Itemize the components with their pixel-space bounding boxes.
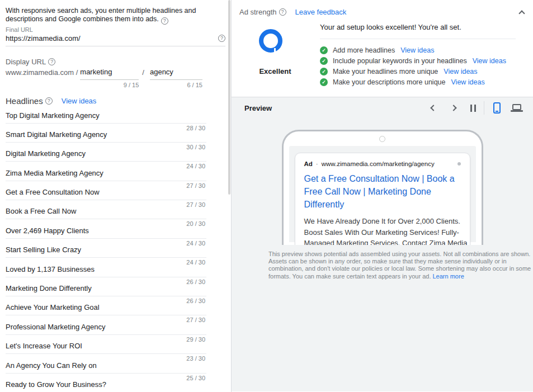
preview-section: Preview Ad · www.zimamedia.com/marketing… (232, 97, 533, 391)
final-url-field[interactable]: https://zimamedia.com/ ? (6, 34, 225, 46)
headline-input[interactable]: Book a Free Call Now (6, 207, 76, 215)
help-icon[interactable]: ? (45, 97, 53, 105)
headline-input[interactable]: Achieve Your Marketing Goal (6, 303, 100, 311)
headline-field[interactable]: Loved by 1,137 Businesses26 / 30 (6, 263, 225, 282)
headline-input[interactable]: An Agency You Can Rely on (6, 361, 97, 370)
suggestion-label: Make your headlines more unique (333, 68, 438, 75)
headline-input[interactable]: Start Selling Like Crazy (6, 245, 81, 254)
display-url-path1-field[interactable]: marketing 9 / 15 (80, 68, 139, 88)
suggestion-row: ✓ Make your headlines more unique View i… (320, 66, 521, 77)
mobile-preview-icon[interactable] (493, 102, 501, 114)
headline-input[interactable]: Digital Marketing Agency (6, 149, 86, 158)
headline-input[interactable]: Marketing Done Differently (6, 284, 92, 292)
headline-field[interactable]: Over 2,469 Happy Clients24 / 30 (6, 225, 225, 244)
input-underline (6, 315, 206, 315)
headline-input[interactable]: Smart Digital Marketing Agency (6, 130, 107, 139)
leave-feedback-link[interactable]: Leave feedback (295, 8, 347, 16)
check-icon: ✓ (320, 68, 328, 75)
headlines-view-ideas-link[interactable]: View ideas (62, 97, 97, 105)
ad-url-row: Ad · www.zimamedia.com/marketing/agency (304, 160, 461, 167)
headline-input[interactable]: Professional Marketing Agency (6, 323, 105, 331)
divider (484, 101, 484, 115)
display-url-path2-input[interactable]: agency (150, 68, 202, 80)
help-icon[interactable]: ? (161, 17, 168, 25)
headline-field[interactable]: Ready to Grow Your Business?28 / 30 (6, 379, 225, 392)
input-underline (6, 257, 206, 258)
suggestion-row: ✓ Include popular keywords in your headl… (320, 55, 521, 66)
suggestion-list: ✓ Add more headlines View ideas ✓ Includ… (320, 45, 521, 87)
ad-headline: Get a Free Consultation Now | Book a Fre… (304, 172, 472, 211)
headline-field[interactable]: Zima Media Marketing Agency27 / 30 (6, 167, 225, 186)
suggestion-label: Include popular keywords in your headlin… (333, 57, 467, 65)
input-underline (6, 238, 206, 239)
separator-dot: · (316, 160, 318, 167)
input-underline (6, 161, 206, 162)
headline-input[interactable]: Get a Free Consultation Now (6, 188, 100, 196)
headline-field[interactable]: Get a Free Consultation Now27 / 30 (6, 186, 225, 205)
learn-more-link[interactable]: Learn more (433, 273, 464, 280)
input-underline (6, 200, 206, 200)
previous-ad-icon[interactable] (430, 105, 436, 111)
input-underline (6, 142, 206, 143)
help-icon[interactable]: ? (48, 58, 55, 65)
suggestion-label: Make your descriptions more unique (333, 78, 446, 86)
ad-strength-rating: Excellent (244, 67, 306, 75)
ad-strength-preview-panel: Ad strength ? Leave feedback Excellent Y… (231, 0, 533, 392)
next-ad-icon[interactable] (450, 105, 456, 111)
view-ideas-link[interactable]: View ideas (444, 68, 477, 75)
display-url-label-text: Display URL (6, 58, 46, 66)
ad-description: We Have Already Done It for Over 2,000 C… (304, 216, 472, 245)
headline-field[interactable]: An Agency You Can Rely on25 / 30 (6, 360, 225, 379)
display-url-label: Display URL ? (6, 58, 225, 66)
headline-input[interactable]: Let's Increase Your ROI (6, 342, 82, 350)
headline-input[interactable]: Over 2,469 Happy Clients (6, 226, 89, 235)
headline-field[interactable]: Marketing Done Differently26 / 30 (6, 282, 225, 301)
input-underline (6, 353, 206, 354)
preview-disclaimer: This preview shows potential ads assembl… (268, 251, 533, 280)
ad-strength-message: Your ad setup looks excellent! You're al… (320, 23, 521, 31)
divider (320, 39, 516, 39)
help-icon[interactable]: ? (218, 35, 225, 42)
ad-strength-header: Ad strength ? Leave feedback (232, 0, 533, 16)
final-url-value[interactable]: https://zimamedia.com/ (6, 34, 81, 42)
help-icon[interactable]: ? (279, 8, 286, 16)
view-ideas-link[interactable]: View ideas (451, 78, 485, 86)
input-underline (6, 219, 206, 219)
headline-field[interactable]: Book a Free Call Now20 / 30 (6, 205, 225, 224)
input-underline (6, 277, 206, 277)
ad-editor-panel: With responsive search ads, you enter mu… (0, 0, 231, 392)
headline-field[interactable]: Digital Marketing Agency24 / 30 (6, 148, 225, 167)
display-url-path2-field[interactable]: agency 6 / 15 (150, 68, 202, 88)
phone-camera-icon (379, 136, 385, 142)
display-url-path1-input[interactable]: marketing (80, 68, 139, 80)
headline-input[interactable]: Zima Media Marketing Agency (6, 169, 103, 177)
display-url-separator: / (142, 68, 144, 77)
headline-field[interactable]: Start Selling Like Crazy24 / 30 (6, 244, 225, 263)
ad-badge: Ad (304, 160, 313, 167)
headline-input[interactable]: Loved by 1,137 Businesses (6, 265, 95, 273)
headline-field[interactable]: Professional Marketing Agency29 / 30 (6, 321, 225, 340)
ad-strength-details: Your ad setup looks excellent! You're al… (320, 23, 521, 87)
suggestion-row: ✓ Add more headlines View ideas (320, 45, 521, 55)
view-ideas-link[interactable]: View ideas (473, 57, 506, 65)
desktop-preview-icon[interactable] (511, 104, 523, 112)
left-panel-scrollbar[interactable] (228, 0, 230, 195)
view-ideas-link[interactable]: View ideas (400, 46, 434, 54)
headline-field[interactable]: Let's Increase Your ROI23 / 30 (6, 340, 225, 359)
input-underline (6, 373, 206, 374)
headline-field[interactable]: Achieve Your Marketing Goal27 / 30 (6, 301, 225, 320)
ad-strength-meter (259, 29, 282, 53)
pause-icon[interactable] (470, 105, 476, 112)
path1-char-counter: 9 / 15 (80, 82, 139, 88)
preview-header: Preview (232, 97, 533, 119)
headline-field[interactable]: Top Digital Marketing Agency28 / 30 (6, 110, 225, 129)
path2-char-counter: 6 / 15 (150, 82, 202, 88)
phone-mockup: Ad · www.zimamedia.com/marketing/agency … (282, 130, 483, 245)
headline-field[interactable]: Smart Digital Marketing Agency30 / 30 (6, 129, 225, 148)
headline-input[interactable]: Ready to Grow Your Business? (6, 380, 106, 389)
headlines-list: Top Digital Marketing Agency28 / 30 Smar… (6, 110, 225, 392)
headline-input[interactable]: Top Digital Marketing Agency (6, 111, 100, 120)
display-url-row: www.zimamedia.com / marketing 9 / 15 / a… (6, 68, 225, 88)
disclaimer-text: This preview shows potential ads assembl… (268, 251, 531, 280)
headlines-header: Headlines ? View ideas (6, 96, 225, 106)
